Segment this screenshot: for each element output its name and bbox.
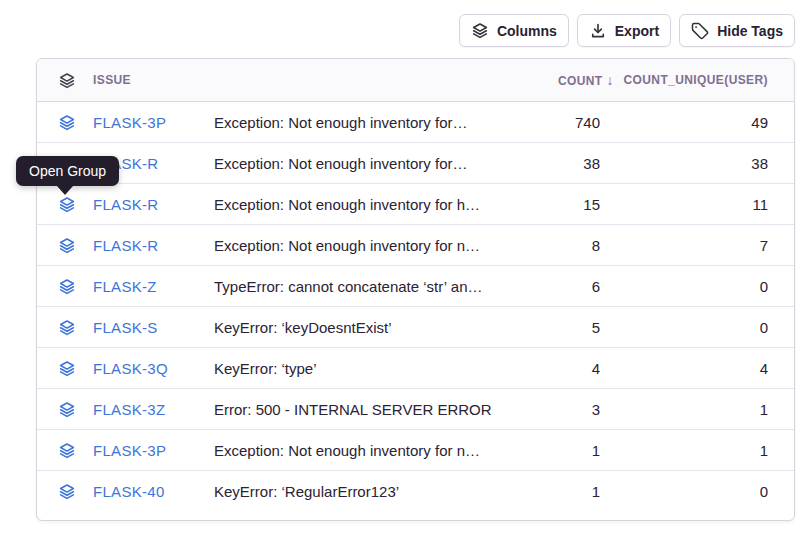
issue-description: Exception: Not enough inventory for n… <box>214 237 512 254</box>
columns-button[interactable]: Columns <box>459 14 569 47</box>
table-row: FLASK-Z TypeError: cannot concatenate ‘s… <box>37 266 794 307</box>
issue-stack-icon[interactable] <box>58 278 76 295</box>
table-row: FLASK-R Exception: Not enough inventory … <box>37 225 794 266</box>
issue-link[interactable]: FLASK-3P <box>93 442 166 459</box>
table-row: FLASK-3Z Error: 500 - INTERNAL SERVER ER… <box>37 389 794 430</box>
table-row: FLASK-3Q KeyError: ‘type’ 4 4 <box>37 348 794 389</box>
download-icon <box>589 22 607 40</box>
issue-count: 5 <box>512 319 600 336</box>
issue-description: KeyError: ‘RegularError123’ <box>214 483 512 500</box>
issue-link[interactable]: FLASK-3Q <box>93 360 168 377</box>
issue-count-unique: 7 <box>600 237 768 254</box>
column-header-issue: ISSUE <box>93 73 214 87</box>
issue-description: KeyError: ‘type’ <box>214 360 512 377</box>
table-row: FLASK-S KeyError: ‘keyDoesntExist’ 5 0 <box>37 307 794 348</box>
issue-count: 15 <box>512 196 600 213</box>
table-row: FLASK-R Exception: Not enough inventory … <box>37 143 794 184</box>
issue-description: TypeError: cannot concatenate ‘str’ an… <box>214 278 512 295</box>
issue-description: Exception: Not enough inventory for… <box>214 155 512 172</box>
issue-count-unique: 4 <box>600 360 768 377</box>
issue-link[interactable]: FLASK-R <box>93 237 158 254</box>
issue-stack-icon[interactable] <box>58 401 76 418</box>
tag-icon <box>691 22 709 40</box>
issue-count-unique: 1 <box>600 401 768 418</box>
layers-icon <box>471 22 489 39</box>
issue-link[interactable]: FLASK-40 <box>93 483 165 500</box>
issue-count-unique: 0 <box>600 278 768 295</box>
issue-stack-icon[interactable] <box>58 237 76 254</box>
issue-count: 6 <box>512 278 600 295</box>
issue-count: 8 <box>512 237 600 254</box>
column-header-count-unique[interactable]: COUNT_UNIQUE(USER) <box>600 73 768 87</box>
issue-link[interactable]: FLASK-3Z <box>93 401 165 418</box>
issue-count: 4 <box>512 360 600 377</box>
table-body: FLASK-3P Exception: Not enough inventory… <box>37 102 794 512</box>
issue-link[interactable]: FLASK-R <box>93 196 158 213</box>
issue-count-unique: 0 <box>600 483 768 500</box>
table-row: FLASK-3P Exception: Not enough inventory… <box>37 430 794 471</box>
columns-button-label: Columns <box>497 23 557 39</box>
hide-tags-button[interactable]: Hide Tags <box>679 14 795 47</box>
issue-stack-icon[interactable] <box>58 442 76 459</box>
issue-count-unique: 49 <box>600 114 768 131</box>
issue-stack-icon[interactable] <box>58 114 76 131</box>
table-row: FLASK-R Exception: Not enough inventory … <box>37 184 794 225</box>
issue-link[interactable]: FLASK-S <box>93 319 158 336</box>
issue-description: KeyError: ‘keyDoesntExist’ <box>214 319 512 336</box>
issue-description: Exception: Not enough inventory for h… <box>214 196 512 213</box>
hide-tags-button-label: Hide Tags <box>717 23 783 39</box>
issue-count-unique: 38 <box>600 155 768 172</box>
issue-description: Exception: Not enough inventory for n… <box>214 442 512 459</box>
results-table: ISSUE COUNT↓ COUNT_UNIQUE(USER) FLASK-3P… <box>36 58 795 521</box>
issue-link[interactable]: FLASK-3P <box>93 114 166 131</box>
issue-stack-icon[interactable] <box>58 196 76 213</box>
issue-stack-icon[interactable] <box>58 319 76 336</box>
table-header: ISSUE COUNT↓ COUNT_UNIQUE(USER) <box>37 59 794 102</box>
issue-link[interactable]: FLASK-Z <box>93 278 157 295</box>
issue-description: Exception: Not enough inventory for… <box>214 114 512 131</box>
issue-count-unique: 1 <box>600 442 768 459</box>
open-group-tooltip: Open Group <box>16 156 119 186</box>
issue-stack-icon[interactable] <box>58 483 76 500</box>
table-row: FLASK-40 KeyError: ‘RegularError123’ 1 0 <box>37 471 794 512</box>
issue-count: 3 <box>512 401 600 418</box>
issue-count: 740 <box>512 114 600 131</box>
table-row: FLASK-3P Exception: Not enough inventory… <box>37 102 794 143</box>
issue-count-unique: 11 <box>600 196 768 213</box>
open-group-tooltip-label: Open Group <box>29 163 106 179</box>
issue-description: Error: 500 - INTERNAL SERVER ERROR <box>214 401 512 418</box>
issue-count: 1 <box>512 442 600 459</box>
export-button-label: Export <box>615 23 659 39</box>
column-header-count[interactable]: COUNT↓ <box>512 72 600 88</box>
issue-stack-icon[interactable] <box>58 360 76 377</box>
issue-count-unique: 0 <box>600 319 768 336</box>
header-layers-icon <box>37 72 93 89</box>
export-button[interactable]: Export <box>577 14 671 47</box>
issue-count: 1 <box>512 483 600 500</box>
toolbar: Columns Export Hide Tags <box>459 14 795 47</box>
issue-count: 38 <box>512 155 600 172</box>
